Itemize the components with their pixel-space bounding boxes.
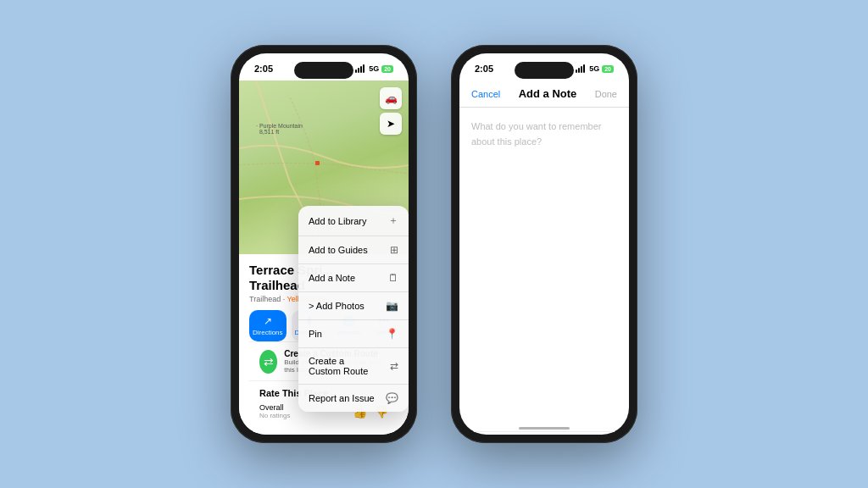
battery-left: 20: [381, 65, 393, 73]
status-icons-left: 5G 20: [355, 64, 393, 73]
note-footer: 🗑 Delete Note: [459, 431, 629, 435]
network-type-right: 5G: [589, 64, 599, 73]
menu-add-note-label: Add a Note: [309, 273, 355, 283]
svg-rect-0: [315, 161, 320, 165]
directions-icon: ↗: [264, 315, 272, 327]
menu-custom-route-label: Create aCustom Route: [309, 356, 368, 376]
signal-bars-right: [576, 64, 585, 73]
menu-add-library-icon: ＋: [388, 214, 398, 228]
note-header: Cancel Add a Note Done: [459, 80, 629, 108]
home-indicator-right: [519, 427, 570, 430]
right-phone-frame: 2:05 5G 20 Cancel Add a Note: [451, 45, 637, 443]
map-label: · Purple Mountain 8,511 ft: [256, 123, 303, 135]
banner-route-icon: ⇄: [259, 350, 277, 374]
menu-add-note[interactable]: Add a Note 🗒: [298, 264, 409, 292]
menu-add-photos-label: > Add Photos: [309, 301, 364, 311]
note-placeholder: What do you want to remember about this …: [471, 121, 601, 147]
status-icons-right: 5G 20: [576, 64, 614, 73]
dynamic-island-right: [515, 62, 574, 79]
menu-add-guides-icon: ⊞: [390, 244, 398, 256]
context-menu: Add to Library ＋ Add to Guides ⊞ Add a N…: [298, 206, 409, 412]
battery-right: 20: [602, 65, 614, 73]
map-controls[interactable]: 🚗 ➤: [380, 87, 402, 135]
menu-add-note-icon: 🗒: [388, 272, 398, 284]
map-location-button[interactable]: ➤: [380, 113, 402, 135]
menu-add-guides[interactable]: Add to Guides ⊞: [298, 236, 409, 264]
menu-report-issue[interactable]: Report an Issue 💬: [298, 385, 409, 412]
rating-info: Overall No ratings: [259, 403, 290, 419]
menu-add-library-label: Add to Library: [309, 216, 366, 226]
menu-pin-label: Pin: [309, 329, 322, 339]
note-done-button[interactable]: Done: [595, 89, 617, 99]
menu-add-photos-icon: 📷: [386, 300, 398, 312]
menu-pin-icon: 📍: [386, 328, 398, 340]
note-screen: Cancel Add a Note Done What do you want …: [459, 80, 629, 435]
network-type-left: 5G: [369, 64, 379, 73]
directions-label: Directions: [253, 329, 283, 336]
note-body[interactable]: What do you want to remember about this …: [459, 108, 629, 431]
left-phone-frame: 2:05 5G 20: [231, 45, 417, 443]
rating-label: Overall: [259, 403, 290, 412]
dynamic-island-left: [294, 62, 353, 79]
time-right: 2:05: [475, 64, 493, 74]
note-screen-title: Add a Note: [519, 87, 577, 100]
directions-button[interactable]: ↗ Directions: [249, 310, 287, 341]
time-left: 2:05: [254, 64, 273, 74]
right-phone-screen: 2:05 5G 20 Cancel Add a Note: [459, 53, 629, 435]
map-car-button[interactable]: 🚗: [380, 87, 402, 109]
menu-add-photos[interactable]: > Add Photos 📷: [298, 292, 409, 320]
menu-report-issue-label: Report an Issue: [309, 393, 375, 403]
rating-sublabel: No ratings: [259, 412, 290, 419]
left-phone-screen: 2:05 5G 20: [239, 53, 409, 435]
left-phone: 2:05 5G 20: [231, 45, 417, 443]
menu-custom-route[interactable]: Create aCustom Route ⇄: [298, 348, 409, 385]
menu-report-issue-icon: 💬: [386, 392, 398, 404]
menu-add-guides-label: Add to Guides: [309, 245, 368, 255]
menu-add-library[interactable]: Add to Library ＋: [298, 206, 409, 236]
menu-custom-route-icon: ⇄: [390, 360, 398, 372]
note-cancel-button[interactable]: Cancel: [471, 89, 500, 99]
signal-bars-left: [355, 64, 364, 73]
right-phone: 2:05 5G 20 Cancel Add a Note: [451, 45, 637, 443]
menu-pin[interactable]: Pin 📍: [298, 320, 409, 348]
